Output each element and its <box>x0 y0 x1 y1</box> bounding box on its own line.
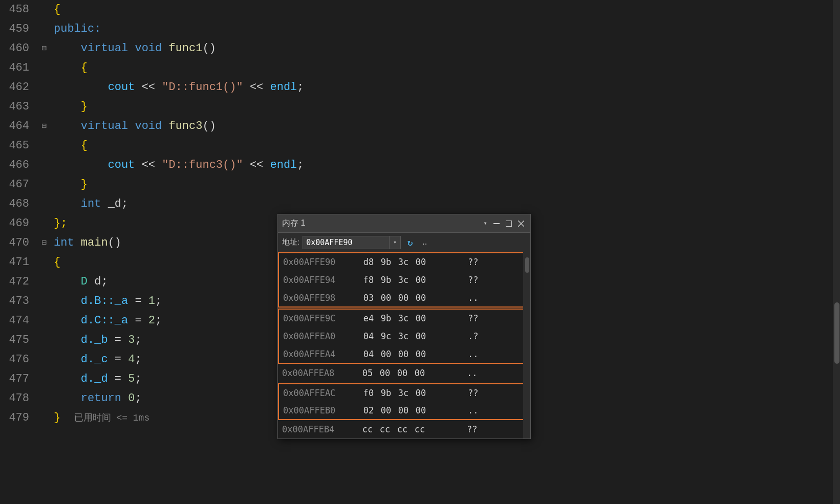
mem-ascii-9: ?? <box>467 424 526 434</box>
line-content-476: d._c = 4; <box>50 350 142 369</box>
mem-addr-4: 0x00AFFEA0 <box>283 331 357 341</box>
mem-byte-0-1: 9b <box>379 257 393 267</box>
line-number-469: 469 <box>0 214 38 233</box>
mem-byte-9-2: cc <box>395 424 410 434</box>
mem-byte-7-0: f0 <box>361 388 376 398</box>
address-refresh-btn[interactable]: ↻ <box>403 236 417 249</box>
line-content-473: d.B::_a = 1; <box>50 292 162 311</box>
mem-byte-5-1: 00 <box>379 349 393 359</box>
code-line-459: 459 public: <box>0 19 840 39</box>
code-line-462: 462 cout << "D::func1()" << endl; <box>0 78 840 97</box>
mem-ascii-5: .. <box>468 349 525 359</box>
memory-restore-btn[interactable] <box>504 218 514 229</box>
address-input[interactable] <box>303 236 390 249</box>
mem-bytes-9: cc cc cc cc <box>360 424 463 434</box>
collapse-460[interactable]: ⊟ <box>38 39 50 58</box>
mem-byte-1-0: f8 <box>361 275 376 285</box>
line-number-461: 461 <box>0 58 38 78</box>
line-number-464: 464 <box>0 117 38 136</box>
mem-byte-2-2: 00 <box>396 293 411 303</box>
scrollbar-thumb[interactable] <box>834 302 839 364</box>
mem-ascii-0: ?? <box>468 257 525 267</box>
code-line-460: 460 ⊟ virtual void func1() <box>0 39 840 58</box>
mem-byte-6-2: 00 <box>395 368 410 378</box>
mem-byte-4-0: 04 <box>361 331 376 341</box>
memory-dropdown-btn[interactable]: ▾ <box>481 220 489 228</box>
mem-ascii-7: ?? <box>468 388 525 398</box>
mem-byte-6-3: 00 <box>413 368 427 378</box>
memory-minimize-btn[interactable] <box>491 218 502 229</box>
memory-close-btn[interactable] <box>516 218 526 229</box>
mem-byte-6-1: 00 <box>378 368 392 378</box>
mem-addr-3: 0x00AFFE9C <box>283 313 357 323</box>
memory-titlebar: 内存 1 ▾ <box>278 214 530 233</box>
mem-ascii-3: ?? <box>468 313 525 323</box>
mem-bytes-4: 04 9c 3c 00 <box>361 331 464 341</box>
mem-addr-1: 0x00AFFE94 <box>283 275 357 285</box>
mem-byte-8-0: 02 <box>361 405 376 415</box>
line-number-468: 468 <box>0 194 38 214</box>
line-number-470: 470 <box>0 233 38 253</box>
code-line-466: 466 cout << "D::func3()" << endl; <box>0 156 840 175</box>
address-more-btn[interactable]: ‥ <box>418 236 430 249</box>
line-content-462: cout << "D::func1()" << endl; <box>50 78 304 97</box>
line-number-465: 465 <box>0 136 38 156</box>
mem-byte-4-3: 00 <box>414 331 428 341</box>
line-content-469: }; <box>50 214 67 233</box>
line-content-478: return 0; <box>50 389 142 408</box>
mem-addr-8: 0x00AFFEB0 <box>283 405 357 415</box>
collapse-464[interactable]: ⊟ <box>38 117 50 136</box>
memory-row-6: 0x00AFFEA8 05 00 00 00 .. <box>278 364 530 382</box>
mem-ascii-6: .. <box>467 368 526 378</box>
address-label: 地址: <box>282 237 299 247</box>
mem-byte-8-2: 00 <box>396 405 411 415</box>
line-content-461: { <box>50 58 88 78</box>
line-content-460: virtual void func1() <box>50 39 216 58</box>
mem-bytes-5: 04 00 00 00 <box>361 349 464 359</box>
code-line-464: 464 ⊟ virtual void func3() <box>0 117 840 136</box>
line-number-471: 471 <box>0 253 38 272</box>
memory-scrollbar-thumb[interactable] <box>525 257 529 273</box>
line-number-458: 458 <box>0 0 38 19</box>
line-content-474: d.C::_a = 2; <box>50 311 162 331</box>
line-number-477: 477 <box>0 369 38 389</box>
code-line-458: 458 { <box>0 0 840 19</box>
mem-byte-0-2: 3c <box>396 257 411 267</box>
mem-ascii-2: .. <box>468 293 525 303</box>
line-number-475: 475 <box>0 331 38 350</box>
line-number-478: 478 <box>0 389 38 408</box>
mem-bytes-3: e4 9b 3c 00 <box>361 313 464 323</box>
mem-byte-7-2: 3c <box>396 388 411 398</box>
mem-addr-9: 0x00AFFEB4 <box>282 424 356 434</box>
line-content-465: { <box>50 136 88 156</box>
editor-scrollbar[interactable] <box>833 0 840 504</box>
mem-addr-6: 0x00AFFEA8 <box>282 368 356 378</box>
memory-toolbar: 地址: ▾ ↻ ‥ <box>278 233 530 252</box>
mem-byte-4-1: 9c <box>379 331 393 341</box>
memory-window-title: 内存 1 <box>282 218 481 229</box>
memory-row-1: 0x00AFFE94 f8 9b 3c 00 ?? <box>278 271 530 289</box>
mem-byte-9-1: cc <box>378 424 392 434</box>
mem-byte-7-1: 9b <box>379 388 393 398</box>
mem-bytes-2: 03 00 00 00 <box>361 293 464 303</box>
memory-scrollbar[interactable] <box>523 252 530 439</box>
line-content-463: } <box>50 97 88 117</box>
memory-row-7: 0x00AFFEAC f0 9b 3c 00 ?? <box>278 383 530 402</box>
svg-rect-1 <box>506 221 512 226</box>
memory-row-5: 0x00AFFEA4 04 00 00 00 .. <box>278 345 530 364</box>
code-line-461: 461 { <box>0 58 840 78</box>
line-content-467: } <box>50 175 88 194</box>
line-number-459: 459 <box>0 19 38 39</box>
mem-byte-2-1: 00 <box>379 293 393 303</box>
mem-byte-9-0: cc <box>360 424 375 434</box>
memory-row-4: 0x00AFFEA0 04 9c 3c 00 .? <box>278 327 530 345</box>
collapse-470[interactable]: ⊟ <box>38 233 50 253</box>
code-line-467: 467 } <box>0 175 840 194</box>
address-dropdown-arrow[interactable]: ▾ <box>390 236 401 249</box>
line-number-466: 466 <box>0 156 38 175</box>
code-line-465: 465 { <box>0 136 840 156</box>
line-number-463: 463 <box>0 97 38 117</box>
memory-row-9: 0x00AFFEB4 cc cc cc cc ?? <box>278 420 530 439</box>
svg-rect-0 <box>493 223 500 224</box>
memory-content: 0x00AFFE90 d8 9b 3c 00 ?? 0x00AFFE94 f8 … <box>278 252 530 439</box>
